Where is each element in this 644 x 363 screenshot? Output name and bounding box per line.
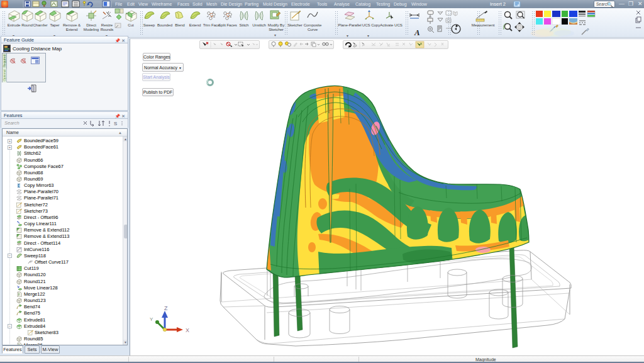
svg-text:X: X [186, 327, 189, 333]
svg-text:A: A [414, 28, 420, 37]
svg-text:Z: Z [164, 305, 168, 311]
svg-text:Y: Y [150, 316, 153, 322]
svg-text:S: S [114, 121, 117, 126]
